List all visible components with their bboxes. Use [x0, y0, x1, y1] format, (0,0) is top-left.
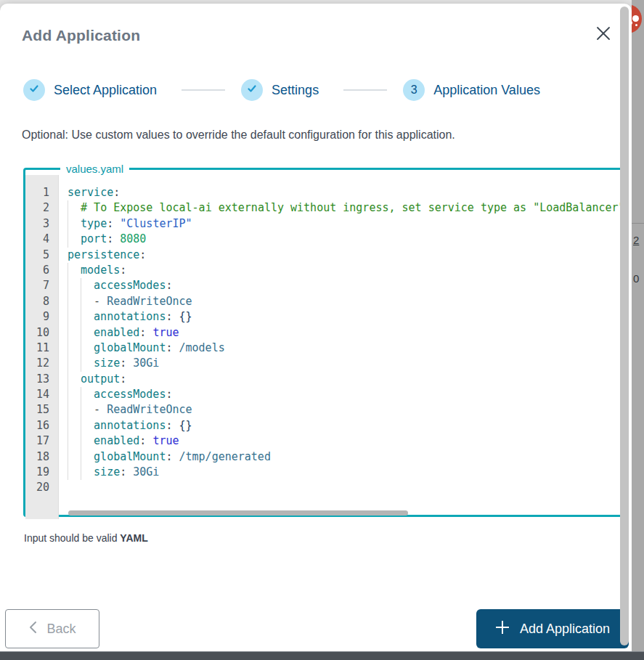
step-item[interactable]: Select Application — [23, 79, 157, 101]
indent-guide — [68, 325, 81, 341]
line-number: 5 — [25, 248, 59, 263]
code-text: persistence: — [59, 248, 625, 263]
stepper: Select ApplicationSettings3Application V… — [23, 79, 613, 101]
code-text: - ReadWriteOnce — [59, 402, 625, 417]
plus-icon — [495, 620, 510, 638]
close-button[interactable] — [592, 23, 614, 45]
code-text: - ReadWriteOnce — [59, 294, 625, 309]
indent-guide — [68, 372, 81, 387]
add-application-label: Add Application — [520, 622, 610, 637]
step-connector — [343, 89, 387, 91]
code-line: 1service: — [25, 185, 625, 200]
code-text: enabled: true — [59, 433, 625, 449]
line-number: 15 — [25, 402, 59, 417]
line-number: 4 — [25, 232, 59, 247]
indent-guide — [81, 433, 94, 449]
yaml-editor[interactable]: values.yaml 1service:2# To Expose local-… — [23, 163, 627, 517]
line-number: 10 — [25, 325, 59, 341]
indent-guide — [68, 356, 81, 371]
code-text — [59, 480, 625, 495]
code-text: enabled: true — [59, 325, 625, 341]
code-line: 15- ReadWriteOnce — [25, 402, 625, 417]
back-button[interactable]: Back — [5, 609, 99, 648]
indent-guide — [68, 465, 81, 480]
indent-guide — [68, 341, 81, 356]
code-line: 20 — [25, 480, 625, 495]
indent-guide — [81, 341, 94, 356]
indent-guide — [68, 433, 81, 449]
code-line: 17enabled: true — [25, 433, 625, 449]
indent-guide — [68, 232, 81, 247]
code-line: 19size: 30Gi — [25, 465, 625, 480]
line-number: 11 — [25, 341, 59, 356]
line-number: 2 — [25, 200, 59, 216]
backdrop-divider — [632, 223, 644, 224]
indent-guide — [81, 278, 94, 293]
indent-guide — [68, 309, 81, 325]
code-line: 11globalMount: /models — [25, 341, 625, 356]
code-line: 13output: — [25, 372, 625, 387]
code-lines[interactable]: 1service:2# To Expose local-ai externall… — [25, 175, 625, 496]
step-item[interactable]: Settings — [241, 79, 319, 101]
code-text: models: — [59, 263, 625, 278]
backdrop-link-fragment: 2 — [633, 234, 639, 246]
line-number: 8 — [25, 294, 59, 309]
code-text: type: "ClusterIP" — [59, 216, 625, 232]
code-text: size: 30Gi — [59, 356, 625, 371]
code-text: service: — [59, 185, 625, 200]
indent-guide — [81, 418, 94, 433]
line-number: 9 — [25, 309, 59, 325]
step-done-circle — [241, 79, 263, 101]
code-line: 10enabled: true — [25, 325, 625, 341]
helper-text: Input should be valid YAML — [24, 532, 148, 544]
indent-guide — [81, 309, 94, 325]
step-current-circle: 3 — [403, 79, 425, 101]
line-number: 3 — [25, 216, 59, 232]
oracle-logo-icon — [632, 4, 642, 33]
step-item[interactable]: 3Application Values — [403, 79, 540, 101]
check-icon — [28, 83, 40, 97]
code-line: 14accessModes: — [25, 387, 625, 402]
horizontal-scrollbar-thumb[interactable] — [68, 510, 408, 516]
indent-guide — [68, 200, 81, 216]
add-application-button[interactable]: Add Application — [476, 609, 629, 648]
indent-guide — [68, 402, 81, 417]
indent-guide — [81, 356, 94, 371]
step-label: Application Values — [433, 83, 540, 98]
editor-body[interactable]: 1service:2# To Expose local-ai externall… — [25, 175, 625, 519]
code-text: annotations: {} — [59, 418, 625, 433]
vertical-scrollbar-thumb[interactable] — [620, 7, 629, 645]
code-text: globalMount: /tmp/generated — [59, 449, 625, 465]
code-line: 4port: 8080 — [25, 232, 625, 247]
step-connector — [182, 89, 225, 91]
indent-guide — [68, 263, 81, 278]
step-label: Settings — [272, 83, 319, 98]
modal-title: Add Application — [22, 27, 140, 44]
indent-guide — [81, 402, 94, 417]
indent-guide — [68, 418, 81, 433]
code-text: output: — [59, 372, 625, 387]
line-number: 17 — [25, 433, 59, 449]
indent-guide — [68, 449, 81, 465]
bottom-page-bar — [0, 651, 644, 660]
add-application-modal: Add Application Select ApplicationSettin… — [0, 4, 632, 651]
indent-guide — [81, 465, 94, 480]
code-line: 5persistence: — [25, 248, 625, 263]
helper-bold: YAML — [120, 532, 147, 544]
code-text: accessModes: — [59, 387, 625, 402]
back-button-label: Back — [46, 622, 76, 637]
indent-guide — [81, 325, 94, 341]
code-text: # To Expose local-ai externally without … — [59, 200, 625, 216]
indent-guide — [68, 278, 81, 293]
code-text: size: 30Gi — [59, 465, 625, 480]
indent-guide — [68, 294, 81, 309]
code-line: 9annotations: {} — [25, 309, 625, 325]
code-line: 7accessModes: — [25, 278, 625, 293]
line-number: 18 — [25, 449, 59, 465]
indent-guide — [68, 216, 81, 232]
code-text: annotations: {} — [59, 309, 625, 325]
indent-guide — [68, 387, 81, 402]
code-line: 16annotations: {} — [25, 418, 625, 433]
step-done-circle — [23, 79, 45, 101]
line-number: 13 — [25, 372, 59, 387]
